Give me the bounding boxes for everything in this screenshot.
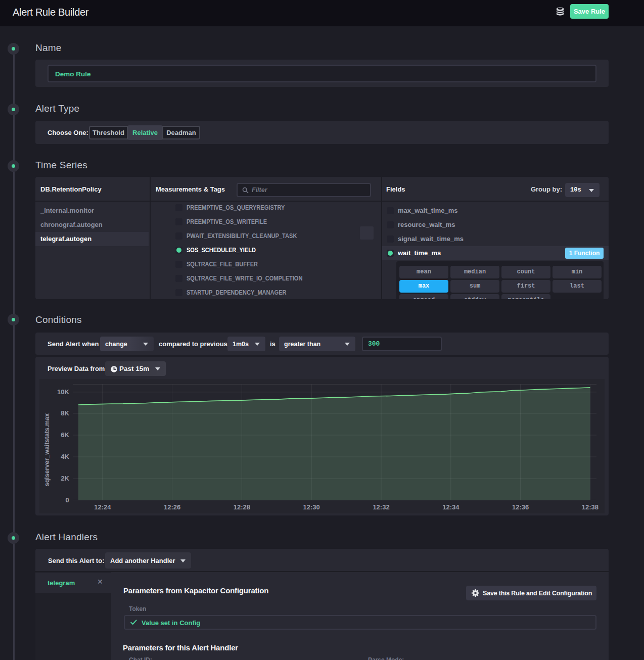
svg-text:6K: 6K [61, 431, 69, 439]
svg-text:8K: 8K [61, 409, 69, 417]
svg-text:12:26: 12:26 [164, 503, 180, 511]
svg-text:4K: 4K [61, 453, 69, 460]
svg-text:12:36: 12:36 [512, 503, 529, 511]
svg-text:12:30: 12:30 [303, 503, 320, 511]
svg-text:12:32: 12:32 [373, 503, 389, 511]
svg-text:sqlserver_waitstats.max: sqlserver_waitstats.max [43, 413, 51, 487]
svg-text:12:28: 12:28 [234, 503, 250, 511]
svg-text:0: 0 [66, 496, 69, 504]
svg-text:12:38: 12:38 [582, 503, 599, 511]
svg-text:12:24: 12:24 [94, 503, 111, 511]
svg-text:10K: 10K [57, 388, 69, 396]
svg-text:12:34: 12:34 [442, 503, 459, 511]
svg-text:2K: 2K [61, 475, 69, 482]
